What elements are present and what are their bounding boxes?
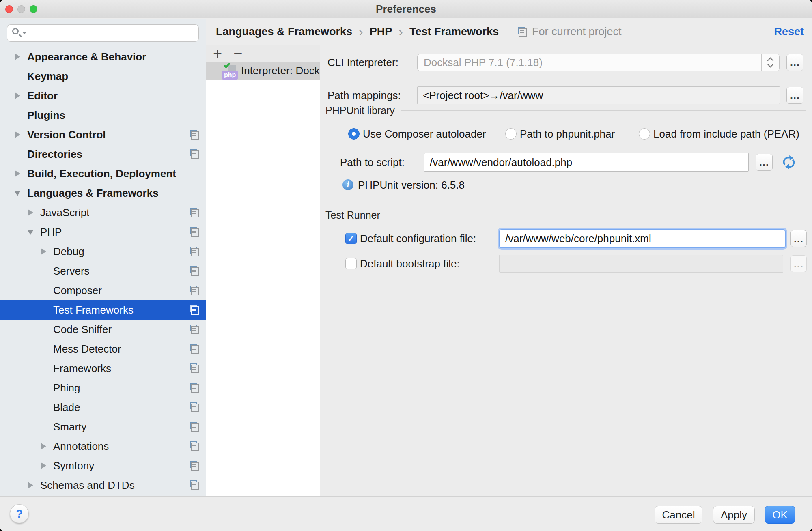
cancel-button[interactable]: Cancel [655,506,702,524]
path-mappings-browse-button[interactable]: ... [786,87,803,104]
apply-button[interactable]: Apply [713,506,755,524]
phpunit-version-text: PHPUnit version: 6.5.8 [358,179,465,191]
breadcrumb-languages-frameworks[interactable]: Languages & Frameworks [216,26,352,38]
settings-tree: Appearance & Behavior Keymap Editor Plug… [0,47,206,495]
traffic-lights [5,5,37,13]
minimize-button-icon[interactable] [17,5,25,13]
radio-path-to-phpunit-phar[interactable] [505,128,517,140]
default-bootstrap-input[interactable] [499,255,783,273]
expand-arrow-icon[interactable] [26,208,40,217]
expand-arrow-icon[interactable] [13,91,27,101]
radio-use-composer-autoloader-label[interactable]: Use Composer autoloader [363,128,486,140]
project-scope-icon [189,343,200,355]
project-scope-icon [189,421,200,432]
default-config-checkbox[interactable]: ✓ [345,233,357,244]
sidebar-item-schemas-and-dtds[interactable]: Schemas and DTDs [0,475,206,495]
default-config-input[interactable]: /var/www/web/core/phpunit.xml [499,229,786,248]
ok-button[interactable]: OK [765,506,795,524]
sidebar-item-php[interactable]: PHP [0,222,206,242]
project-scope-icon [189,246,200,257]
interpreter-list-item[interactable]: php Interpreter: Docksal PHP 7.1 (7.1.18… [206,62,320,80]
add-button[interactable]: + [213,46,222,61]
default-config-label[interactable]: Default configuration file: [360,232,476,245]
sidebar-item-annotations[interactable]: Annotations [0,436,206,456]
sidebar-item-keymap[interactable]: Keymap [0,67,206,86]
project-scope-icon [189,382,200,393]
default-config-browse-button[interactable]: ... [790,230,807,247]
search-input[interactable] [7,24,199,42]
path-to-script-browse-button[interactable]: ... [756,154,773,171]
radio-path-to-phpunit-phar-label[interactable]: Path to phpunit.phar [520,128,615,140]
path-mappings-label: Path mappings: [327,86,401,104]
sidebar-item-debug[interactable]: Debug [0,242,206,261]
default-bootstrap-checkbox[interactable] [345,258,357,269]
breadcrumb-test-frameworks[interactable]: Test Frameworks [409,26,499,38]
sidebar-item-frameworks[interactable]: Frameworks [0,359,206,378]
sidebar-item-directories[interactable]: Directories [0,144,206,164]
default-bootstrap-browse-button[interactable]: ... [790,255,807,272]
sidebar-item-code-sniffer[interactable]: Code Sniffer [0,320,206,339]
expand-arrow-icon[interactable] [13,130,27,140]
project-scope-icon [189,304,200,316]
reload-phpunit-icon[interactable] [781,154,797,172]
test-frameworks-form: CLI Interpreter: Docksal PHP 7.1 (7.1.18… [321,45,812,496]
sidebar-item-blade[interactable]: Blade [0,398,206,417]
cli-interpreter-label: CLI Interpreter: [327,54,398,71]
default-bootstrap-label[interactable]: Default bootstrap file: [360,258,460,270]
expand-arrow-icon[interactable] [39,461,53,471]
radio-load-from-include-path-label[interactable]: Load from include path (PEAR) [653,128,799,140]
cli-interpreter-browse-button[interactable]: ... [786,54,803,71]
sidebar-item-build-execution-deployment[interactable]: Build, Execution, Deployment [0,164,206,183]
search-box [7,24,199,42]
dialog-footer: ? Cancel Apply OK [0,496,812,531]
sidebar-item-plugins[interactable]: Plugins [0,105,206,125]
expand-arrow-icon[interactable] [26,480,40,490]
expand-arrow-icon[interactable] [13,169,27,178]
breadcrumb-separator-icon: › [359,26,363,37]
test-runner-section-title: Test Runner [325,209,380,221]
expand-arrow-icon[interactable] [13,52,27,62]
stepper-down-icon[interactable] [767,61,774,68]
search-options-caret-icon[interactable] [22,32,26,34]
project-scope-icon [189,148,200,160]
sidebar-item-smarty[interactable]: Smarty [0,417,206,436]
breadcrumb-bar: Languages & Frameworks › PHP › Test Fram… [206,19,812,45]
close-button-icon[interactable] [5,5,13,13]
radio-load-from-include-path[interactable] [639,128,650,140]
project-scope-icon [189,479,200,491]
path-to-script-input[interactable]: /var/www/vendor/autoload.php [424,153,749,172]
help-button[interactable]: ? [10,504,29,523]
stepper[interactable] [761,54,779,71]
collapse-arrow-icon[interactable] [26,227,40,237]
default-config-value: /var/www/web/core/phpunit.xml [505,232,651,245]
breadcrumb-php[interactable]: PHP [370,26,392,38]
sidebar-item-phing[interactable]: Phing [0,378,206,398]
project-scope-icon [189,460,200,471]
path-to-script-value: /var/www/vendor/autoload.php [430,156,572,169]
sidebar-item-mess-detector[interactable]: Mess Detector [0,339,206,359]
path-mappings-value: <Project root>→/var/www [423,89,543,102]
sidebar-item-symfony[interactable]: Symfony [0,456,206,475]
project-scope-icon [189,226,200,238]
remove-button[interactable]: − [233,46,242,61]
zoom-button-icon[interactable] [30,5,37,13]
project-scope-icon [517,26,528,37]
cli-interpreter-select[interactable]: Docksal PHP 7.1 (7.1.18) [417,54,780,71]
sidebar-item-languages-frameworks[interactable]: Languages & Frameworks [0,183,206,203]
sidebar-item-version-control[interactable]: Version Control [0,125,206,144]
settings-sidebar: Appearance & Behavior Keymap Editor Plug… [0,19,206,496]
project-scope-icon [189,324,200,335]
test-runner-section: Test Runner [325,209,806,221]
expand-arrow-icon[interactable] [39,247,53,256]
sidebar-item-javascript[interactable]: JavaScript [0,203,206,222]
sidebar-item-servers[interactable]: Servers [0,261,206,281]
sidebar-item-composer[interactable]: Composer [0,281,206,300]
sidebar-item-test-frameworks[interactable]: Test Frameworks [0,300,206,320]
collapse-arrow-icon[interactable] [13,188,27,198]
sidebar-item-editor[interactable]: Editor [0,86,206,105]
path-mappings-field[interactable]: <Project root>→/var/www [417,86,780,104]
radio-use-composer-autoloader[interactable] [348,128,360,140]
sidebar-item-appearance-behavior[interactable]: Appearance & Behavior [0,47,206,67]
reset-link[interactable]: Reset [774,26,804,38]
expand-arrow-icon[interactable] [39,441,53,451]
